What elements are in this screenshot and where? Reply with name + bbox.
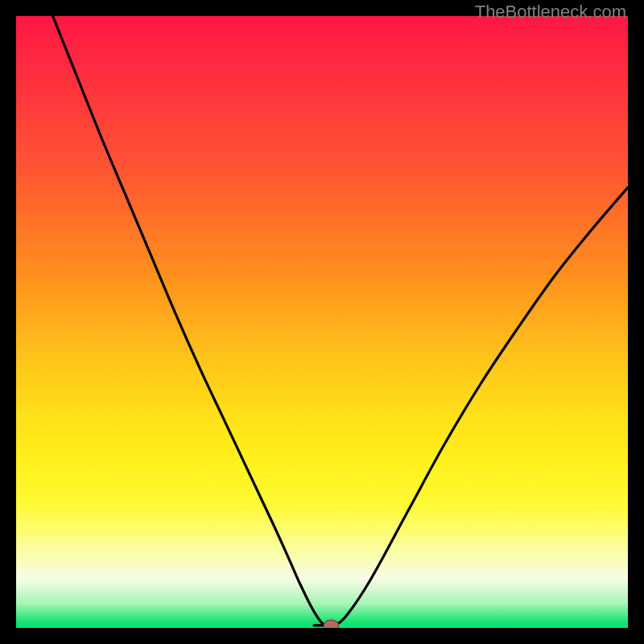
curve-svg — [16, 16, 628, 628]
attribution-text: TheBottleneck.com — [475, 2, 626, 23]
optimum-marker — [324, 620, 338, 628]
chart-frame: TheBottleneck.com — [0, 0, 644, 644]
plot-area — [16, 16, 628, 628]
bottleneck-curve — [53, 16, 628, 626]
